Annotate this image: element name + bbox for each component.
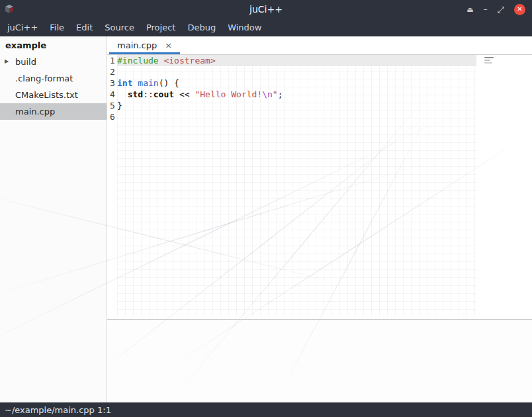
project-name: example xyxy=(0,38,107,54)
tree-item-label: main.cpp xyxy=(15,107,55,116)
close-button[interactable]: ✕ xyxy=(514,4,525,15)
window-controls: ⏏ – ⤢ ✕ xyxy=(466,0,525,19)
line-number: 6 xyxy=(107,111,117,122)
window-title: juCi++ xyxy=(0,4,532,15)
status-file-position: ~/example/main.cpp 1:1 xyxy=(5,405,111,415)
content-area: example ▶ build .clang-format CMakeLists… xyxy=(0,36,532,402)
overview-mark xyxy=(484,60,490,61)
code-token: cout xyxy=(154,89,174,99)
code-token: #include xyxy=(117,56,159,66)
code-line-content: #include <iostream> xyxy=(117,55,476,66)
minimize-button[interactable]: – xyxy=(484,5,488,13)
code-token: << xyxy=(174,89,195,99)
tab-main-cpp[interactable]: main.cpp × xyxy=(109,36,180,54)
code-line[interactable]: 4 std::cout << "Hello World!\n"; xyxy=(107,89,532,100)
code-line[interactable]: 1 #include <iostream> xyxy=(107,55,532,66)
tree-item-main-cpp[interactable]: main.cpp xyxy=(0,103,107,120)
eject-button[interactable]: ⏏ xyxy=(466,6,473,13)
code-line[interactable]: 5 } xyxy=(107,100,532,111)
file-tree-panel: example ▶ build .clang-format CMakeLists… xyxy=(0,36,107,402)
code-lines: 1 #include <iostream> 2 3 int main() { 4… xyxy=(107,55,532,122)
tree-item-clang-format[interactable]: .clang-format xyxy=(0,70,107,87)
line-number: 2 xyxy=(107,66,117,77)
code-line-content xyxy=(117,66,476,77)
code-line-content: } xyxy=(117,100,476,111)
code-token: <iostream> xyxy=(163,56,215,66)
code-token: main xyxy=(138,78,158,88)
menubar: juCi++ File Edit Source Project Debug Wi… xyxy=(0,19,532,36)
line-number: 3 xyxy=(107,77,117,89)
menu-item-file[interactable]: File xyxy=(44,19,70,36)
tree-item-cmakelists[interactable]: CMakeLists.txt xyxy=(0,87,107,103)
code-token: std xyxy=(128,89,143,99)
titlebar: juCi++ ⏏ – ⤢ ✕ xyxy=(0,0,532,19)
line-number: 1 xyxy=(107,55,117,66)
code-line-content: std::cout << "Hello World!\n"; xyxy=(117,89,476,100)
overview-mark xyxy=(484,62,492,64)
editor-column: main.cpp × 1 #include <iostream> 2 xyxy=(107,36,532,402)
code-token: ; xyxy=(278,89,283,99)
menu-item-window[interactable]: Window xyxy=(222,19,267,36)
code-token: } xyxy=(117,101,122,111)
expander-icon[interactable]: ▶ xyxy=(5,59,9,64)
line-number: 4 xyxy=(107,89,117,100)
code-token: \n xyxy=(262,89,273,99)
code-token: " xyxy=(273,89,278,99)
code-token: "Hello World! xyxy=(195,89,262,99)
tree-item-label: .clang-format xyxy=(15,73,73,83)
menu-item-source[interactable]: Source xyxy=(99,19,140,36)
status-bar: ~/example/main.cpp 1:1 xyxy=(0,402,532,417)
tree-item-label: CMakeLists.txt xyxy=(15,90,78,100)
code-line-content xyxy=(117,111,476,122)
juci-window: juCi++ ⏏ – ⤢ ✕ juCi++ File Edit Source P… xyxy=(0,0,532,417)
code-line[interactable]: 2 xyxy=(107,66,532,77)
code-line-content: int main() { xyxy=(117,77,476,89)
overview-mark xyxy=(484,57,494,58)
menu-item-edit[interactable]: Edit xyxy=(70,19,99,36)
tab-close-icon[interactable]: × xyxy=(165,40,172,50)
code-token: () { xyxy=(159,78,179,88)
code-token xyxy=(117,89,128,99)
code-token: int xyxy=(117,78,132,88)
code-editor[interactable]: 1 #include <iostream> 2 3 int main() { 4… xyxy=(107,55,532,320)
menu-item-debug[interactable]: Debug xyxy=(181,19,222,36)
code-token: :: xyxy=(143,89,154,99)
terminal-pane[interactable] xyxy=(107,320,532,402)
code-line[interactable]: 3 int main() { xyxy=(107,77,532,89)
app-logo-icon xyxy=(4,4,15,15)
restore-button[interactable]: ⤢ xyxy=(498,5,504,14)
code-line[interactable]: 6 xyxy=(107,111,532,122)
line-number: 5 xyxy=(107,100,117,111)
tab-bar: main.cpp × xyxy=(107,36,532,55)
menu-item-project[interactable]: Project xyxy=(140,19,181,36)
tree-item-label: build xyxy=(15,57,36,67)
scroll-overview[interactable] xyxy=(484,57,494,64)
menu-item-juci[interactable]: juCi++ xyxy=(1,19,44,36)
tree-item-build[interactable]: ▶ build xyxy=(0,54,107,70)
tab-label: main.cpp xyxy=(117,40,157,50)
